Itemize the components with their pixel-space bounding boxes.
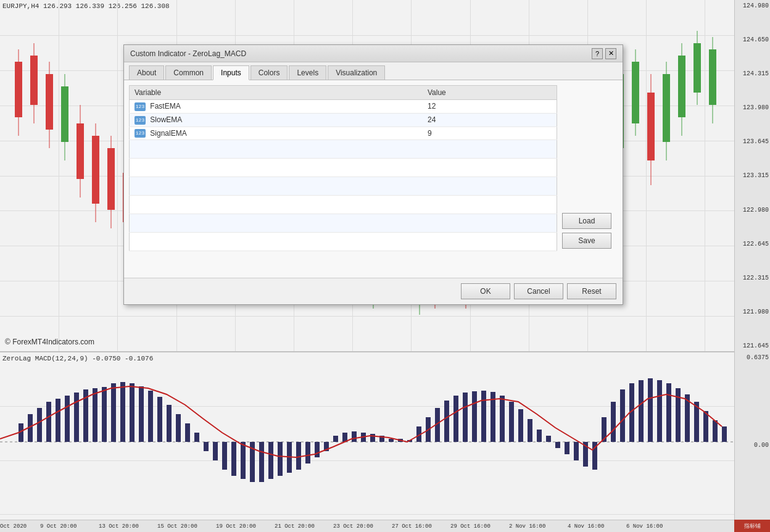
dialog-overlay: Custom Indicator - ZeroLag_MACD ? ✕ Abou… [0, 0, 770, 532]
var-cell-2: 123 SlowEMA [130, 113, 423, 127]
dialog-title: Custom Indicator - ZeroLag_MACD [130, 49, 246, 58]
table-row[interactable]: 123 SignalEMA 9 [130, 127, 557, 140]
save-button[interactable]: Save [562, 233, 611, 249]
dialog-controls: ? ✕ [592, 48, 616, 59]
load-button[interactable]: Load [562, 213, 611, 229]
var-icon-2: 123 [135, 116, 146, 125]
dialog-titlebar: Custom Indicator - ZeroLag_MACD ? ✕ [124, 45, 623, 62]
dialog-content: Variable Value 123 Fas [124, 80, 623, 278]
col-value: Value [423, 86, 557, 100]
table-row[interactable]: 123 SlowEMA 24 [130, 113, 557, 127]
reset-button[interactable]: Reset [567, 283, 616, 299]
table-row[interactable]: 123 FastEMA 12 [130, 100, 557, 114]
cancel-button[interactable]: Cancel [514, 283, 563, 299]
table-row-empty [130, 214, 557, 233]
table-row-empty [130, 159, 557, 177]
inputs-table: Variable Value 123 Fas [129, 85, 557, 251]
tab-inputs[interactable]: Inputs [213, 65, 249, 80]
tab-visualization[interactable]: Visualization [328, 65, 385, 80]
table-row-empty [130, 140, 557, 159]
tab-about[interactable]: About [129, 65, 164, 80]
col-variable: Variable [130, 86, 423, 100]
content-layout: Variable Value 123 Fas [129, 85, 618, 251]
var-cell-1: 123 FastEMA [130, 100, 423, 114]
help-button[interactable]: ? [592, 48, 603, 59]
tab-colors[interactable]: Colors [250, 65, 288, 80]
var-icon-3: 123 [135, 129, 146, 138]
dialog: Custom Indicator - ZeroLag_MACD ? ✕ Abou… [123, 44, 623, 305]
table-row-empty [130, 233, 557, 251]
val-cell-1: 12 [423, 100, 557, 114]
dialog-tabs: About Common Inputs Colors Levels Visual… [124, 62, 623, 80]
tab-common[interactable]: Common [165, 65, 212, 80]
var-cell-3: 123 SignalEMA [130, 127, 423, 140]
side-buttons-area: Load Save [562, 85, 618, 251]
table-area: Variable Value 123 Fas [129, 85, 557, 251]
table-row-empty [130, 196, 557, 214]
var-icon-1: 123 [135, 102, 146, 111]
tab-levels[interactable]: Levels [289, 65, 326, 80]
ok-button[interactable]: OK [461, 283, 510, 299]
val-cell-3: 9 [423, 127, 557, 140]
val-cell-2: 24 [423, 113, 557, 127]
table-row-empty [130, 177, 557, 196]
dialog-footer: OK Cancel Reset [124, 278, 623, 304]
close-button[interactable]: ✕ [605, 48, 616, 59]
